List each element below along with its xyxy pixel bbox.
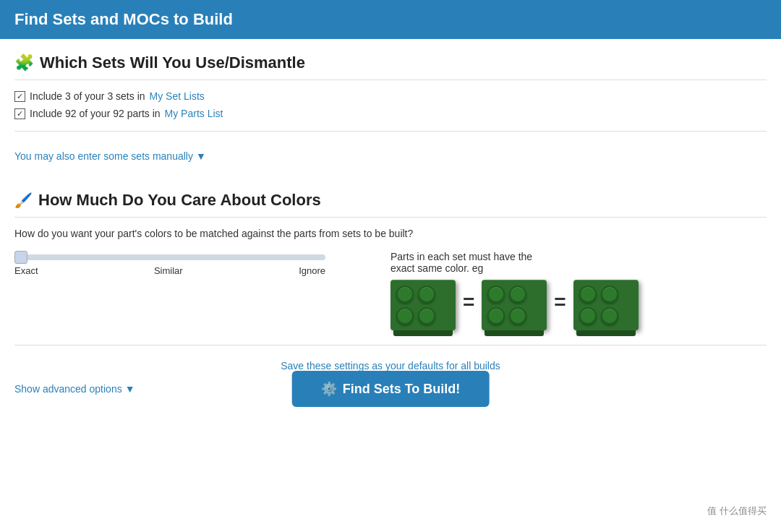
slider-label-similar: Similar <box>154 265 183 276</box>
find-button-label: Find Sets To Build! <box>343 382 461 397</box>
slider-track-wrapper <box>14 251 325 262</box>
stud-3-1 <box>579 286 597 303</box>
brick-1 <box>390 280 456 330</box>
stud-1-2 <box>418 286 435 303</box>
bricks-row: = = <box>390 280 639 330</box>
sets-section: 🧩 Which Sets Will You Use/Dismantle Incl… <box>14 53 767 176</box>
color-slider[interactable] <box>14 254 325 260</box>
equals-2: = <box>554 291 566 314</box>
find-sets-button[interactable]: ⚙️ Find Sets To Build! <box>292 371 490 407</box>
bottom-row: Show advanced options ▼ ⚙️ Find Sets To … <box>14 383 767 395</box>
set-lists-row: Include 3 of your 3 sets in My Set Lists <box>14 90 767 102</box>
chevron-down-advanced-icon: ▼ <box>125 383 135 395</box>
gear-icon: ⚙️ <box>321 381 337 397</box>
bricks-area: Parts in each set must have the exact sa… <box>390 251 639 330</box>
page-header: Find Sets and MOCs to Build <box>0 0 781 39</box>
set-lists-checkbox[interactable] <box>14 91 25 102</box>
color-match-text: Parts in each set must have the exact sa… <box>390 251 550 274</box>
watermark: 值 什么值得买 <box>707 505 767 518</box>
set-lists-label: Include 3 of your 3 sets in <box>30 90 145 102</box>
stud-3-3 <box>579 307 597 325</box>
stud-1-1 <box>396 286 414 303</box>
stud-3-2 <box>601 286 618 303</box>
parts-list-checkbox[interactable] <box>14 108 25 119</box>
equals-1: = <box>463 291 474 314</box>
slider-container: Exact Similar Ignore <box>14 251 362 276</box>
stud-2-4 <box>509 307 526 325</box>
slider-label-exact: Exact <box>14 265 38 276</box>
my-set-lists-link[interactable]: My Set Lists <box>150 90 205 102</box>
colors-section-title: 🖌️ How Much Do You Care About Colors <box>14 191 767 218</box>
show-advanced-text: Show advanced options <box>14 383 122 395</box>
save-defaults-link[interactable]: Save these settings as your defaults for… <box>281 360 500 372</box>
chevron-down-icon: ▼ <box>196 150 206 162</box>
page-title: Find Sets and MOCs to Build <box>14 10 233 28</box>
colors-title-text: How Much Do You Care About Colors <box>38 191 321 210</box>
stud-2-3 <box>487 307 505 325</box>
page-content: 🧩 Which Sets Will You Use/Dismantle Incl… <box>0 39 781 409</box>
sets-title-text: Which Sets Will You Use/Dismantle <box>40 53 305 72</box>
stud-2-1 <box>487 286 505 303</box>
manual-sets-link[interactable]: You may also enter some sets manually ▼ <box>14 150 206 162</box>
color-description: How do you want your part's colors to be… <box>14 228 767 239</box>
slider-labels: Exact Similar Ignore <box>14 265 325 276</box>
manual-link-text: You may also enter some sets manually <box>14 150 193 162</box>
bottom-section: Save these settings as your defaults for… <box>14 345 767 395</box>
paintbrush-icon: 🖌️ <box>14 192 33 209</box>
slider-section: Exact Similar Ignore Parts in each set m… <box>14 251 767 330</box>
stud-3-4 <box>601 307 618 325</box>
slider-label-ignore: Ignore <box>299 265 325 276</box>
stud-2-2 <box>509 286 526 303</box>
show-advanced-options[interactable]: Show advanced options ▼ <box>14 383 135 395</box>
stud-1-4 <box>418 307 435 325</box>
colors-section: 🖌️ How Much Do You Care About Colors How… <box>14 191 767 330</box>
brick-2 <box>482 280 547 330</box>
brick-3 <box>573 280 639 330</box>
my-parts-list-link[interactable]: My Parts List <box>165 108 223 119</box>
sets-section-title: 🧩 Which Sets Will You Use/Dismantle <box>14 53 767 80</box>
stud-1-3 <box>396 307 414 325</box>
sets-divider <box>14 131 767 132</box>
parts-list-label: Include 92 of your 92 parts in <box>30 108 161 119</box>
parts-list-row: Include 92 of your 92 parts in My Parts … <box>14 108 767 119</box>
puzzle-icon: 🧩 <box>14 53 34 72</box>
page-wrapper: Find Sets and MOCs to Build 🧩 Which Sets… <box>0 0 781 532</box>
